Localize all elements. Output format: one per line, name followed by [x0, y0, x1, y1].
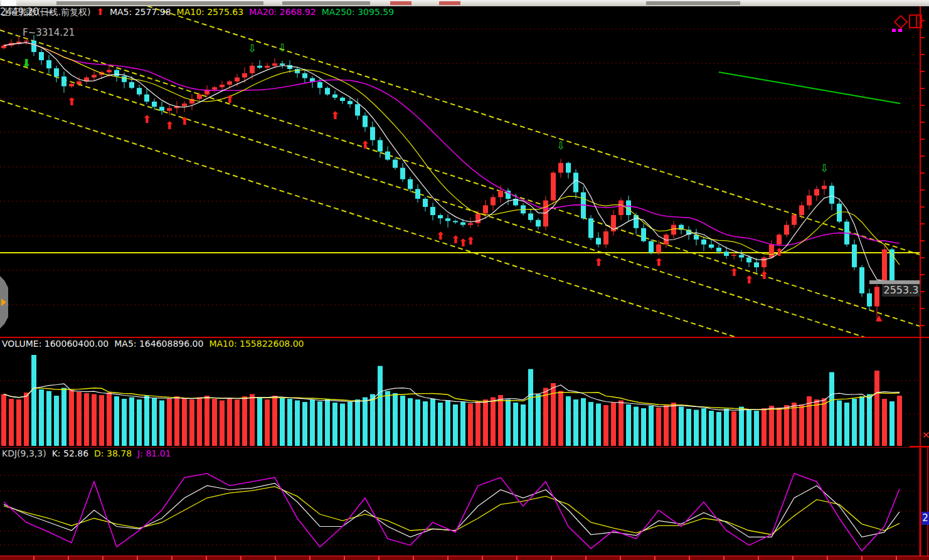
volume-bar: [867, 394, 872, 446]
volume-bar: [513, 403, 518, 446]
candle-body: [325, 88, 330, 94]
candle-body: [739, 255, 744, 257]
volume-bar: [325, 399, 330, 446]
candle-body: [769, 245, 774, 258]
volume-bar: [220, 401, 225, 446]
ma10-value: MA10: 2575.63: [177, 7, 244, 17]
page-number-badge[interactable]: 2: [921, 512, 929, 525]
candle-body: [551, 172, 556, 200]
volume-bar: [551, 383, 556, 446]
time-axis-bar[interactable]: [0, 556, 929, 560]
candle-body: [588, 218, 593, 238]
candlestick-chart[interactable]: ⬆⬆⬆⬆⬆⬆⬆⬆⬆⬆⬆⬆⬆⬆⬆⬆⬆⇩⇩⇩⇩⬇: [0, 6, 929, 337]
volume-bar: [24, 393, 29, 446]
volume-bar: [107, 393, 112, 446]
volume-pane[interactable]: VOLUME: 160060400.00 MA5: 164608896.00 M…: [0, 337, 929, 448]
volume-chart[interactable]: [0, 338, 929, 447]
volume-bar: [799, 404, 804, 446]
candle-body: [641, 228, 646, 241]
ma20-value: MA20: 2668.92: [249, 7, 316, 17]
candle-body: [302, 73, 307, 78]
candle-body: [61, 77, 66, 87]
volume-bar: [686, 409, 691, 446]
window-split-icon[interactable]: [909, 14, 922, 28]
candle-body: [265, 66, 270, 68]
volume-bar: [46, 391, 51, 446]
kdj-k-value: K: 52.86: [52, 448, 88, 458]
candle-body: [423, 199, 428, 207]
candle-body: [491, 197, 496, 205]
volume-bar: [679, 407, 684, 446]
candle-body: [46, 60, 51, 68]
volume-bar: [92, 394, 97, 446]
candle-body: [92, 75, 97, 77]
volume-bar: [393, 393, 398, 446]
volume-bar: [99, 395, 104, 446]
trend-channel-line: [0, 30, 920, 326]
trend-channel-line: [0, 6, 920, 255]
volume-bar: [656, 408, 661, 446]
volume-value: VOLUME: 160060400.00: [2, 339, 109, 349]
volume-bar: [363, 398, 368, 446]
candle-body: [701, 240, 706, 245]
volume-bar: [280, 398, 285, 446]
kdj-pane[interactable]: KDJ(9,3,3) K: 52.86 D: 38.78 J: 81.01 2: [0, 447, 929, 556]
main-chart-pane[interactable]: ⬆⬆⬆⬆⬆⬆⬆⬆⬆⬆⬆⬆⬆⬆⬆⬆⬆⇩⇩⇩⇩⬇ 上证指数(日线.前复权) ⬆ MA…: [0, 6, 929, 337]
candle-body: [355, 104, 360, 115]
window-split-divider: [916, 16, 917, 27]
volume-bar: [792, 403, 797, 446]
candle-body: [182, 103, 187, 106]
volume-bar: [859, 396, 864, 446]
candle-body: [762, 258, 767, 268]
candle-body: [709, 245, 714, 248]
buy-arrow-marker: ⬆: [225, 93, 234, 105]
candle-body: [867, 293, 872, 307]
volume-bar: [430, 399, 435, 446]
volume-bar: [475, 401, 480, 446]
candle-body: [498, 191, 503, 197]
volume-bar: [581, 398, 586, 446]
volume-bar: [837, 401, 842, 446]
buy-arrow-marker: ⬆: [594, 256, 603, 268]
volume-bar: [317, 401, 322, 446]
candle-body: [144, 95, 149, 102]
volume-bar: [137, 399, 142, 446]
candle-body: [370, 127, 375, 140]
candle-body: [792, 215, 797, 225]
volume-bar: [701, 408, 706, 446]
volume-bar: [468, 404, 473, 446]
volume-bar: [54, 396, 59, 446]
last-price-label: 2553.3: [882, 284, 920, 297]
volume-bar: [814, 399, 819, 446]
volume-bar: [423, 401, 428, 446]
candle-body: [596, 238, 601, 244]
ma5-line: [4, 43, 900, 285]
kdj-chart[interactable]: [0, 448, 929, 556]
toolbar-menu-fragment: [56, 1, 263, 5]
volume-bar: [114, 396, 119, 446]
volume-bar: [69, 390, 74, 446]
volume-bar: [453, 404, 458, 446]
candle-body: [754, 262, 759, 267]
magenta-dot: [898, 29, 902, 32]
close-pane-icon[interactable]: ✕: [922, 431, 929, 440]
candle-body: [746, 258, 751, 263]
volume-bar: [370, 394, 375, 446]
candle-body: [24, 41, 29, 42]
volume-bar: [596, 404, 601, 446]
volume-bar: [746, 410, 751, 446]
volume-bar: [385, 391, 390, 446]
buy-arrow-marker: ⬆: [745, 273, 753, 286]
volume-bar: [445, 401, 450, 446]
volume-bar: [31, 355, 36, 446]
volume-bar: [332, 403, 337, 446]
buy-arrow-marker: ⬆: [760, 269, 768, 282]
volume-bar: [664, 405, 669, 446]
ma250-value: MA250: 3095.59: [322, 7, 394, 17]
volume-bar: [1, 394, 6, 446]
candle-body: [777, 235, 782, 245]
candle-body: [807, 196, 812, 206]
volume-bar: [302, 402, 307, 446]
volume-bar: [897, 396, 902, 446]
kdj-legend: KDJ(9,3,3) K: 52.86 D: 38.78 J: 81.01: [2, 448, 171, 458]
